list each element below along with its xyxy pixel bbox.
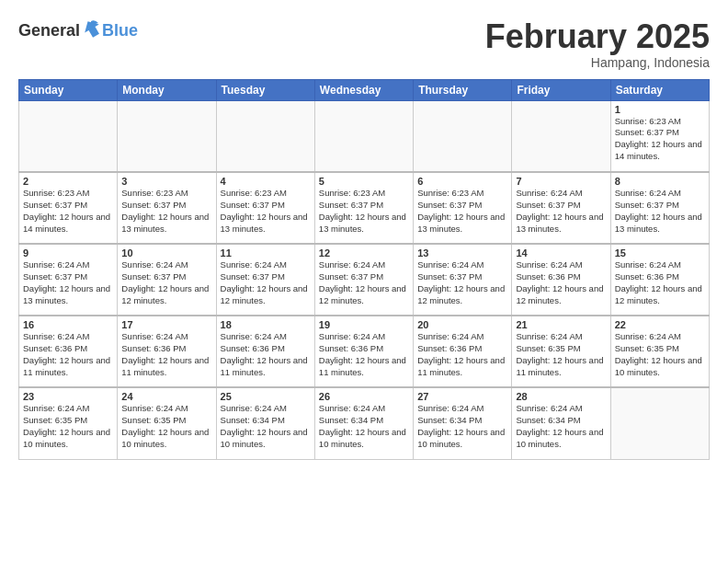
day-number: 26 (319, 391, 409, 402)
table-row (19, 100, 118, 172)
table-row: 9Sunrise: 6:24 AM Sunset: 6:37 PM Daylig… (19, 244, 118, 316)
col-tuesday: Tuesday (216, 79, 314, 100)
day-info: Sunrise: 6:24 AM Sunset: 6:36 PM Dayligh… (319, 331, 409, 378)
day-number: 20 (417, 319, 507, 330)
col-monday: Monday (118, 79, 216, 100)
day-number: 17 (121, 319, 211, 330)
day-info: Sunrise: 6:24 AM Sunset: 6:35 PM Dayligh… (615, 331, 705, 378)
table-row: 17Sunrise: 6:24 AM Sunset: 6:36 PM Dayli… (118, 316, 216, 387)
day-number: 1 (615, 104, 705, 115)
col-wednesday: Wednesday (314, 79, 413, 100)
day-number: 14 (516, 247, 606, 259)
table-row: 16Sunrise: 6:24 AM Sunset: 6:36 PM Dayli… (19, 316, 118, 387)
day-info: Sunrise: 6:24 AM Sunset: 6:37 PM Dayligh… (417, 259, 507, 306)
table-row: 28Sunrise: 6:24 AM Sunset: 6:34 PM Dayli… (512, 387, 610, 459)
day-number: 4 (221, 176, 311, 187)
table-row: 11Sunrise: 6:24 AM Sunset: 6:37 PM Dayli… (216, 244, 314, 316)
logo-bird-icon (82, 18, 102, 43)
day-number: 24 (121, 391, 211, 402)
table-row: 13Sunrise: 6:24 AM Sunset: 6:37 PM Dayli… (414, 244, 512, 316)
day-info: Sunrise: 6:24 AM Sunset: 6:36 PM Dayligh… (615, 259, 705, 306)
col-sunday: Sunday (19, 79, 118, 100)
day-number: 11 (221, 247, 311, 259)
table-row: 21Sunrise: 6:24 AM Sunset: 6:35 PM Dayli… (512, 316, 610, 387)
header: General Blue February 2025 Hampang, Indo… (18, 18, 710, 70)
day-number: 13 (417, 247, 507, 259)
table-row: 14Sunrise: 6:24 AM Sunset: 6:36 PM Dayli… (512, 244, 610, 316)
day-number: 10 (121, 247, 211, 259)
day-number: 16 (23, 319, 113, 330)
day-number: 23 (23, 391, 113, 402)
table-row: 3Sunrise: 6:23 AM Sunset: 6:37 PM Daylig… (118, 172, 216, 244)
day-info: Sunrise: 6:24 AM Sunset: 6:37 PM Dayligh… (516, 188, 606, 235)
logo-general: General (18, 21, 80, 40)
day-number: 25 (221, 391, 311, 402)
calendar-week-3: 9Sunrise: 6:24 AM Sunset: 6:37 PM Daylig… (19, 244, 710, 316)
day-info: Sunrise: 6:24 AM Sunset: 6:37 PM Dayligh… (121, 259, 211, 306)
table-row: 12Sunrise: 6:24 AM Sunset: 6:37 PM Dayli… (314, 244, 413, 316)
day-info: Sunrise: 6:24 AM Sunset: 6:37 PM Dayligh… (615, 188, 705, 235)
month-title: February 2025 (485, 18, 710, 55)
day-info: Sunrise: 6:24 AM Sunset: 6:36 PM Dayligh… (121, 331, 211, 378)
calendar-week-4: 16Sunrise: 6:24 AM Sunset: 6:36 PM Dayli… (19, 316, 710, 387)
table-row (512, 100, 610, 172)
table-row: 5Sunrise: 6:23 AM Sunset: 6:37 PM Daylig… (314, 172, 413, 244)
calendar-table: Sunday Monday Tuesday Wednesday Thursday… (18, 79, 710, 460)
day-info: Sunrise: 6:24 AM Sunset: 6:37 PM Dayligh… (23, 259, 113, 306)
day-info: Sunrise: 6:24 AM Sunset: 6:36 PM Dayligh… (23, 331, 113, 378)
table-row: 25Sunrise: 6:24 AM Sunset: 6:34 PM Dayli… (216, 387, 314, 459)
table-row (118, 100, 216, 172)
day-info: Sunrise: 6:24 AM Sunset: 6:36 PM Dayligh… (417, 331, 507, 378)
day-info: Sunrise: 6:24 AM Sunset: 6:36 PM Dayligh… (221, 331, 311, 378)
table-row (414, 100, 512, 172)
day-number: 2 (23, 176, 113, 187)
calendar-week-1: 1Sunrise: 6:23 AM Sunset: 6:37 PM Daylig… (19, 100, 710, 172)
table-row: 4Sunrise: 6:23 AM Sunset: 6:37 PM Daylig… (216, 172, 314, 244)
day-info: Sunrise: 6:23 AM Sunset: 6:37 PM Dayligh… (221, 188, 311, 235)
day-info: Sunrise: 6:24 AM Sunset: 6:34 PM Dayligh… (417, 403, 507, 450)
logo: General Blue (18, 18, 138, 43)
day-number: 8 (615, 176, 705, 187)
day-info: Sunrise: 6:24 AM Sunset: 6:37 PM Dayligh… (221, 259, 311, 306)
table-row: 27Sunrise: 6:24 AM Sunset: 6:34 PM Dayli… (414, 387, 512, 459)
day-info: Sunrise: 6:24 AM Sunset: 6:35 PM Dayligh… (121, 403, 211, 450)
table-row: 1Sunrise: 6:23 AM Sunset: 6:37 PM Daylig… (610, 100, 709, 172)
col-thursday: Thursday (414, 79, 512, 100)
day-number: 19 (319, 319, 409, 330)
day-number: 21 (516, 319, 606, 330)
table-row (314, 100, 413, 172)
title-area: February 2025 Hampang, Indonesia (485, 18, 710, 70)
table-row: 7Sunrise: 6:24 AM Sunset: 6:37 PM Daylig… (512, 172, 610, 244)
day-info: Sunrise: 6:23 AM Sunset: 6:37 PM Dayligh… (121, 188, 211, 235)
day-info: Sunrise: 6:23 AM Sunset: 6:37 PM Dayligh… (319, 188, 409, 235)
day-number: 18 (221, 319, 311, 330)
day-info: Sunrise: 6:24 AM Sunset: 6:37 PM Dayligh… (319, 259, 409, 306)
calendar-header-row: Sunday Monday Tuesday Wednesday Thursday… (19, 79, 710, 100)
day-number: 28 (516, 391, 606, 402)
day-number: 15 (615, 247, 705, 259)
day-number: 3 (121, 176, 211, 187)
day-info: Sunrise: 6:23 AM Sunset: 6:37 PM Dayligh… (417, 188, 507, 235)
calendar-week-5: 23Sunrise: 6:24 AM Sunset: 6:35 PM Dayli… (19, 387, 710, 459)
table-row: 20Sunrise: 6:24 AM Sunset: 6:36 PM Dayli… (414, 316, 512, 387)
day-number: 6 (417, 176, 507, 187)
day-number: 27 (417, 391, 507, 402)
table-row: 10Sunrise: 6:24 AM Sunset: 6:37 PM Dayli… (118, 244, 216, 316)
location: Hampang, Indonesia (485, 55, 710, 70)
table-row: 6Sunrise: 6:23 AM Sunset: 6:37 PM Daylig… (414, 172, 512, 244)
day-info: Sunrise: 6:24 AM Sunset: 6:35 PM Dayligh… (516, 331, 606, 378)
day-number: 9 (23, 247, 113, 259)
logo-blue: Blue (102, 21, 138, 40)
table-row (610, 387, 709, 459)
day-info: Sunrise: 6:24 AM Sunset: 6:34 PM Dayligh… (516, 403, 606, 450)
day-number: 22 (615, 319, 705, 330)
table-row: 22Sunrise: 6:24 AM Sunset: 6:35 PM Dayli… (610, 316, 709, 387)
table-row: 24Sunrise: 6:24 AM Sunset: 6:35 PM Dayli… (118, 387, 216, 459)
table-row: 19Sunrise: 6:24 AM Sunset: 6:36 PM Dayli… (314, 316, 413, 387)
table-row: 2Sunrise: 6:23 AM Sunset: 6:37 PM Daylig… (19, 172, 118, 244)
table-row: 15Sunrise: 6:24 AM Sunset: 6:36 PM Dayli… (610, 244, 709, 316)
day-number: 5 (319, 176, 409, 187)
day-info: Sunrise: 6:23 AM Sunset: 6:37 PM Dayligh… (615, 116, 705, 163)
calendar-week-2: 2Sunrise: 6:23 AM Sunset: 6:37 PM Daylig… (19, 172, 710, 244)
table-row: 23Sunrise: 6:24 AM Sunset: 6:35 PM Dayli… (19, 387, 118, 459)
